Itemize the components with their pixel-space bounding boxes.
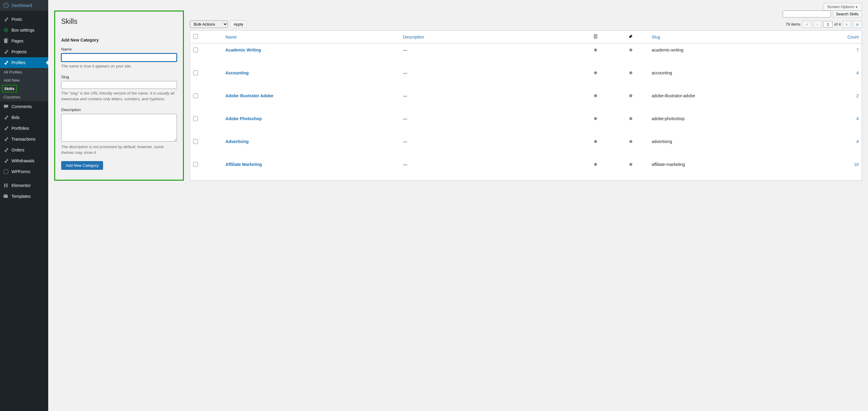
row-checkbox[interactable] bbox=[193, 116, 198, 121]
sub-all-profiles[interactable]: All Profiles bbox=[0, 68, 48, 76]
bulk-actions-select[interactable]: Bulk Actions bbox=[190, 21, 228, 28]
forms-icon bbox=[3, 169, 9, 175]
skill-name-link[interactable]: Accounting bbox=[225, 70, 249, 75]
sidebar-item-box-settings[interactable]: Box settings bbox=[0, 25, 48, 36]
current-page-input[interactable] bbox=[824, 21, 832, 27]
sidebar-label: Elementor bbox=[11, 183, 31, 188]
name-column-header[interactable]: Name bbox=[225, 35, 237, 39]
sidebar-submenu: All Profiles Add New Skills Countries bbox=[0, 68, 48, 101]
skill-description: — bbox=[400, 89, 578, 112]
skill-count-link[interactable]: 4 bbox=[856, 139, 859, 144]
sidebar-item-portfolios[interactable]: Portfolios bbox=[0, 123, 48, 134]
sidebar-label: Portfolios bbox=[11, 126, 29, 131]
sidebar-item-pages[interactable]: Pages bbox=[0, 36, 48, 46]
table-row: Advertising — advertising 4 bbox=[190, 135, 862, 158]
sidebar-item-templates[interactable]: Templates bbox=[0, 191, 48, 202]
sidebar-item-wpforms[interactable]: WPForms bbox=[0, 166, 48, 177]
prev-page-button[interactable]: ‹ bbox=[813, 21, 822, 28]
description-label: Description bbox=[61, 107, 177, 112]
skills-table: Name Description Slug Count Academic Wri… bbox=[190, 30, 862, 181]
count-column-header[interactable]: Count bbox=[847, 35, 859, 39]
skill-count-link[interactable]: 10 bbox=[854, 162, 859, 167]
sidebar-label: Posts bbox=[11, 17, 22, 22]
table-row: Affiliate Marketing — affiliate-marketin… bbox=[190, 158, 862, 181]
sidebar-label: Withdrawals bbox=[11, 159, 34, 163]
slug-column-header[interactable]: Slug bbox=[652, 35, 660, 39]
sidebar-item-withdrawals[interactable]: Withdrawals bbox=[0, 156, 48, 166]
add-category-button[interactable]: Add New Category bbox=[61, 161, 103, 170]
sidebar-label: Transactions bbox=[11, 137, 36, 141]
skill-slug: affiliate-marketing bbox=[649, 158, 808, 181]
name-help: The name is how it appears on your site. bbox=[61, 63, 177, 69]
add-category-panel: Skills Add New Category Name The name is… bbox=[54, 10, 184, 181]
skill-slug: accounting bbox=[649, 66, 808, 89]
svg-point-11 bbox=[595, 37, 595, 38]
sidebar-label: Dashboard bbox=[11, 3, 32, 8]
skill-name-link[interactable]: Advertising bbox=[225, 139, 249, 144]
sidebar-item-projects[interactable]: Projects bbox=[0, 46, 48, 57]
select-all-checkbox[interactable] bbox=[193, 34, 198, 39]
sidebar-item-comments[interactable]: Comments bbox=[0, 101, 48, 112]
featured-column-header[interactable] bbox=[613, 31, 649, 43]
skill-slug: adobe-photoshop bbox=[649, 112, 808, 135]
svg-rect-3 bbox=[4, 170, 8, 174]
skill-name-link[interactable]: Affiliate Marketing bbox=[225, 162, 262, 167]
next-page-button[interactable]: › bbox=[843, 21, 851, 28]
status-dot bbox=[594, 140, 597, 143]
items-count: 79 items bbox=[786, 22, 801, 27]
description-column-header[interactable]: Description bbox=[403, 35, 424, 39]
skill-slug: adobe-illustrator-adobe bbox=[649, 89, 808, 112]
skill-name-link[interactable]: Academic Writing bbox=[225, 47, 261, 53]
row-checkbox[interactable] bbox=[193, 162, 198, 167]
search-input[interactable] bbox=[783, 10, 831, 18]
skill-name-link[interactable]: Adobe Photoshop bbox=[225, 116, 262, 121]
row-checkbox[interactable] bbox=[193, 70, 198, 75]
sidebar-item-bids[interactable]: Bids bbox=[0, 112, 48, 123]
apply-button[interactable]: Apply bbox=[230, 21, 247, 28]
skill-slug: advertising bbox=[649, 135, 808, 158]
skill-count-link[interactable]: 4 bbox=[856, 116, 859, 121]
svg-rect-4 bbox=[4, 184, 5, 187]
search-button[interactable]: Search Skills bbox=[833, 10, 862, 18]
status-dot bbox=[594, 48, 597, 52]
sidebar-item-posts[interactable]: Posts bbox=[0, 14, 48, 25]
description-input[interactable] bbox=[61, 114, 177, 141]
elementor-icon bbox=[3, 182, 9, 189]
table-row: Adobe Illustrator Adobe — adobe-illustra… bbox=[190, 89, 862, 112]
sidebar-item-transactions[interactable]: Transactions bbox=[0, 134, 48, 144]
page-title: Skills bbox=[61, 18, 177, 26]
skill-count-link[interactable]: 2 bbox=[856, 93, 859, 98]
status-dot bbox=[629, 94, 632, 97]
pin-icon bbox=[3, 147, 9, 153]
status-dot bbox=[629, 48, 632, 52]
skill-description: — bbox=[400, 135, 578, 158]
sub-add-new[interactable]: Add New bbox=[0, 76, 48, 84]
sidebar-item-orders[interactable]: Orders bbox=[0, 144, 48, 156]
pin-icon bbox=[3, 114, 9, 121]
row-checkbox[interactable] bbox=[193, 139, 198, 144]
description-help: The description is not prominent by defa… bbox=[61, 144, 177, 156]
sidebar-item-elementor[interactable]: Elementor bbox=[0, 180, 48, 191]
skill-count-link[interactable]: 7 bbox=[856, 47, 859, 53]
pin-icon bbox=[3, 49, 9, 55]
status-dot bbox=[594, 94, 597, 97]
last-page-button[interactable]: » bbox=[852, 21, 862, 28]
sidebar-label: WPForms bbox=[11, 169, 30, 174]
skill-count-link[interactable]: 4 bbox=[856, 70, 859, 75]
sub-countries[interactable]: Countries bbox=[0, 93, 48, 101]
name-input[interactable] bbox=[61, 53, 177, 62]
status-dot bbox=[594, 163, 597, 166]
svg-point-10 bbox=[595, 36, 595, 37]
first-page-button[interactable]: « bbox=[802, 21, 812, 28]
pin-icon bbox=[3, 125, 9, 131]
sub-skills[interactable]: Skills bbox=[2, 85, 17, 93]
visibility-column-header[interactable] bbox=[578, 31, 613, 43]
slug-input[interactable] bbox=[61, 81, 177, 89]
sidebar-item-dashboard[interactable]: Dashboard bbox=[0, 0, 48, 11]
skill-name-link[interactable]: Adobe Illustrator Adobe bbox=[225, 93, 273, 98]
row-checkbox[interactable] bbox=[193, 47, 198, 53]
sidebar-label: Bids bbox=[11, 115, 20, 120]
screen-options-button[interactable]: Screen Options bbox=[824, 3, 862, 10]
sidebar-item-profiles[interactable]: Profiles bbox=[0, 57, 48, 68]
row-checkbox[interactable] bbox=[193, 93, 198, 98]
